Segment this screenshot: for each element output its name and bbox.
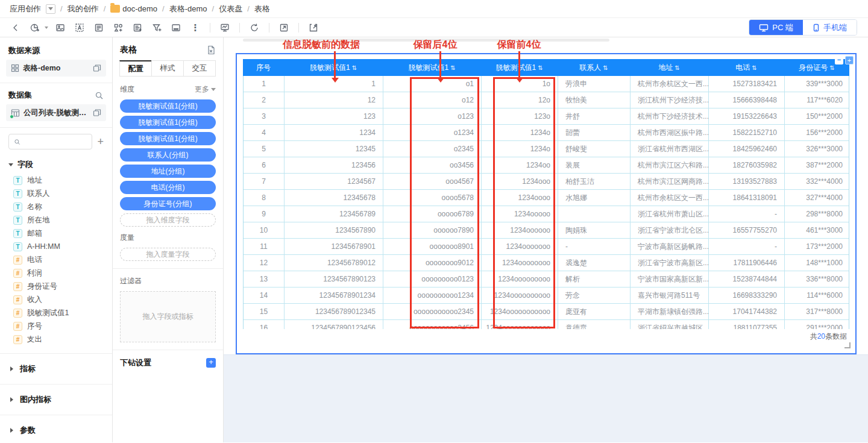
table-header-cell[interactable]: 电话⇅ [708, 59, 784, 76]
filter-add-icon[interactable] [148, 20, 165, 36]
refresh-icon[interactable] [246, 20, 263, 36]
resize-handle-icon[interactable] [844, 342, 851, 348]
field-item[interactable]: # 收入 [0, 293, 112, 306]
table-header-cell[interactable]: 地址⇅ [630, 59, 708, 76]
breadcrumb-app-create[interactable]: 应用创作 [10, 4, 41, 14]
breadcrumb-dashboard[interactable]: 仪表盘 [219, 4, 242, 14]
measure-drop-slot[interactable]: 拖入度量字段 [120, 248, 216, 261]
annotation-arrow [439, 51, 441, 78]
switch-icon[interactable] [93, 108, 101, 117]
sidebar-section-header[interactable]: 指标 [0, 360, 112, 378]
field-item[interactable]: T 邮箱 [0, 227, 112, 240]
table-header-cell[interactable]: 序号⇅ [243, 59, 284, 76]
field-item[interactable]: # 支出 [0, 333, 112, 346]
field-item[interactable]: T A-HH:MM [0, 240, 112, 253]
table-header-cell[interactable]: 脱敏测试值1⇅ [284, 59, 383, 76]
dataset-item[interactable]: 公司列表-脱敏测试数据 [6, 104, 106, 121]
table-cell: 2 [244, 92, 285, 108]
field-item[interactable]: # 身份证号 [0, 280, 112, 293]
chevron-down-icon[interactable] [45, 27, 48, 31]
filter-drop-zone[interactable]: 拖入字段或指标 [120, 291, 216, 342]
field-item[interactable]: # 脱敏测试值1 [0, 306, 112, 319]
media-icon[interactable] [168, 20, 184, 36]
more-button[interactable]: 更多 [195, 84, 216, 95]
list-add-icon[interactable] [129, 20, 146, 36]
fullscreen-icon[interactable] [275, 20, 292, 36]
field-item[interactable]: # 利润 [0, 266, 112, 280]
sort-icon[interactable]: ⇅ [829, 64, 834, 71]
dimension-drop-slot[interactable]: 拖入维度字段 [120, 213, 216, 227]
dimension-pill[interactable]: 联系人(分组) [120, 148, 216, 162]
field-item[interactable]: # 电话 [0, 253, 112, 266]
mobile-view-button[interactable]: 手机端 [803, 20, 857, 35]
sidebar-section-header[interactable]: 参数 [0, 421, 112, 439]
dimension-pill[interactable]: 脱敏测试值1(分组) [120, 132, 216, 145]
share-icon[interactable] [305, 20, 322, 36]
dimension-pill[interactable]: 地址(分组) [120, 165, 216, 178]
field-label: 邮箱 [27, 228, 42, 239]
breadcrumb-folder[interactable]: doc-demo [110, 4, 157, 13]
toolbar-divider [298, 23, 299, 33]
fields-section-header[interactable]: 字段 [0, 158, 112, 171]
breadcrumb-page[interactable]: 表格 [254, 4, 270, 14]
more-icon[interactable]: ⋮ [187, 20, 204, 36]
field-label: 所在地 [27, 215, 50, 225]
table-header-cell[interactable]: 脱敏测试值1⇅ [383, 59, 481, 76]
table-cell: 5 [244, 141, 285, 157]
divider [0, 83, 112, 83]
dimension-pill[interactable]: 电话(分组) [120, 181, 216, 194]
add-chart-icon[interactable] [27, 20, 43, 36]
breadcrumb-file[interactable]: 表格-demo [169, 4, 207, 14]
zoom-in-button[interactable]: + [845, 56, 854, 64]
table-cell: 339***3000 [785, 76, 849, 92]
app-create-dropdown[interactable] [46, 4, 55, 14]
sidebar-section-header[interactable]: 图内指标 [0, 391, 112, 409]
panel-tab[interactable]: 配置 [119, 60, 152, 77]
breadcrumb-my-creation[interactable]: 我的创作 [68, 4, 99, 14]
field-type-icon: T [13, 203, 22, 212]
field-item[interactable]: # 序号 [0, 319, 112, 333]
image-icon[interactable] [52, 20, 69, 36]
add-drill-button[interactable]: + [206, 358, 216, 368]
table-cell: 123456789 [285, 206, 383, 222]
panel-tabs: 配置 样式 交互 [120, 60, 216, 77]
widget-icon[interactable] [110, 20, 127, 36]
dimension-pill[interactable]: 脱敏测试值1(分组) [120, 99, 216, 113]
field-search-box[interactable] [8, 134, 92, 149]
panel-tab[interactable]: 交互 [183, 60, 216, 77]
table-cell: 17811906446 [709, 255, 785, 271]
table-header-cell[interactable]: 联系人⇅ [558, 59, 630, 76]
sort-icon[interactable]: ⇅ [538, 64, 542, 71]
back-icon[interactable] [7, 20, 24, 36]
add-field-button[interactable]: + [97, 136, 104, 147]
sort-icon[interactable]: ⇅ [450, 64, 455, 71]
panel-tab[interactable]: 样式 [151, 60, 184, 77]
field-item[interactable]: T 名称 [0, 200, 112, 213]
field-item[interactable]: T 联系人 [0, 187, 112, 200]
text-icon[interactable] [71, 20, 88, 36]
table-cell: 16698333290 [709, 287, 785, 303]
field-search-input[interactable] [24, 137, 87, 146]
field-item[interactable]: T 地址 [0, 174, 112, 187]
triangle-right-icon [10, 428, 16, 433]
sort-icon[interactable]: ⇅ [675, 64, 679, 71]
table-cell: 12345678901 [285, 239, 383, 254]
table-cell: 竟德贲 [558, 320, 631, 329]
preview-icon[interactable] [216, 20, 233, 36]
dimension-pill[interactable]: 脱敏测试值1(分组) [120, 116, 216, 129]
table-cell: 326***3000 [785, 141, 849, 157]
sort-icon[interactable]: ⇅ [603, 64, 608, 71]
export-excel-icon[interactable] [206, 45, 216, 55]
annotation-before-mask: 信息脱敏前的数据 [283, 39, 360, 51]
zoom-out-button[interactable]: − [835, 56, 843, 64]
datasource-item[interactable]: 表格-demo [6, 60, 106, 77]
search-icon[interactable] [95, 91, 104, 100]
sort-icon[interactable]: ⇅ [752, 64, 756, 71]
switch-icon[interactable] [93, 64, 101, 72]
query-control-icon[interactable] [90, 20, 107, 36]
field-item[interactable]: T 所在地 [0, 213, 112, 227]
sort-icon[interactable]: ⇅ [352, 64, 357, 71]
dimension-pill[interactable]: 身份证号(分组) [120, 197, 216, 210]
pc-view-button[interactable]: PC 端 [749, 20, 803, 35]
view-switch: PC 端 手机端 [749, 19, 857, 36]
